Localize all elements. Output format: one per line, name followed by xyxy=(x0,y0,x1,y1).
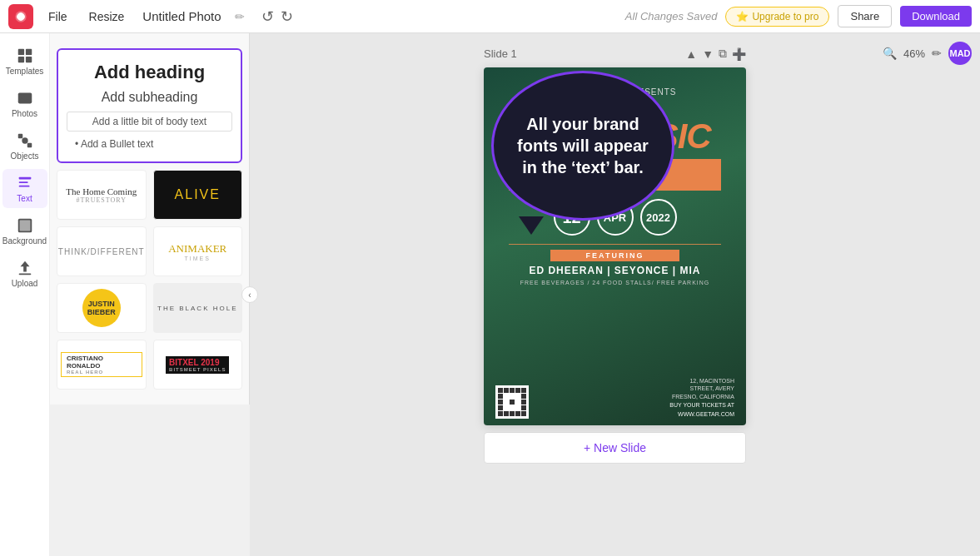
text-panel: Add heading Add subheading Add a little … xyxy=(50,33,250,405)
slide-down-button[interactable]: ▼ xyxy=(702,47,714,61)
event-year: 2022 xyxy=(640,199,677,236)
sidebar-upload-label: Upload xyxy=(12,279,38,288)
zoom-level: 46% xyxy=(903,47,925,60)
svg-rect-11 xyxy=(18,181,27,183)
slide-header: Slide 1 ▲ ▼ ⧉ ➕ xyxy=(484,47,746,61)
sidebar-background-label: Background xyxy=(2,236,47,246)
svg-rect-1 xyxy=(17,49,23,55)
qr-code xyxy=(495,385,529,419)
sidebar-item-text[interactable]: Text xyxy=(2,169,47,208)
svg-rect-3 xyxy=(17,57,23,62)
bottom-row: 12, MACINTOSHSTREET, AVERYFRESNO, CALIFO… xyxy=(484,370,746,425)
font-sample-bitxel[interactable]: BITXEL 2019 BITSMEET PIXELS xyxy=(153,340,243,390)
add-body-text[interactable]: Add a little bit of body text xyxy=(67,112,232,132)
font-sample-justin[interactable]: JUSTIN BIEBER xyxy=(57,283,147,333)
slide-add-button[interactable]: ➕ xyxy=(732,47,746,61)
svg-rect-2 xyxy=(25,49,31,55)
artists-text: ED DHEERAN | SEYONCE | MIA xyxy=(484,265,746,276)
svg-point-6 xyxy=(21,95,24,98)
slide-controls: ▲ ▼ ⧉ ➕ xyxy=(685,47,746,61)
font-sample-blackhole[interactable]: THE BLACK HOLE xyxy=(153,283,243,333)
svg-rect-10 xyxy=(18,177,31,180)
undo-redo-group: ↺ ↻ xyxy=(261,7,293,26)
sidebar-item-templates[interactable]: Templates xyxy=(2,42,47,81)
slide-label: Slide 1 xyxy=(484,47,517,60)
font-samples: The Home Coming #TRUESTORY ALIVE THINK/D… xyxy=(50,170,249,390)
sidebar-item-background[interactable]: Background xyxy=(2,211,47,251)
buy-tickets-text: BUY YOUR TICKETS AT WWW.GEETAR.COM xyxy=(669,401,734,419)
topbar: File Resize Untitled Photo ✏ ↺ ↻ All Cha… xyxy=(0,0,980,33)
svg-rect-9 xyxy=(27,143,32,148)
undo-button[interactable]: ↺ xyxy=(261,7,274,26)
sidebar-item-upload[interactable]: Upload xyxy=(2,254,47,293)
main-layout: Templates Photos Objects Text Background… xyxy=(0,33,980,556)
font-sample-cristiano[interactable]: CRISTIANO RONALDO REAL HERO xyxy=(57,340,147,390)
svg-rect-8 xyxy=(17,134,22,139)
edit-title-icon[interactable]: ✏ xyxy=(235,10,245,23)
svg-rect-14 xyxy=(19,221,30,231)
featuring-badge: FEATURING xyxy=(550,250,679,261)
save-status: All Changes Saved xyxy=(625,10,718,22)
divider-line xyxy=(509,244,721,245)
svg-rect-12 xyxy=(18,186,29,187)
zoom-icon: 🔍 xyxy=(883,47,897,60)
callout-bubble: All your brand fonts will appear in the … xyxy=(491,71,674,221)
upgrade-button[interactable]: ⭐ Upgrade to pro xyxy=(725,7,829,27)
sidebar-item-photos[interactable]: Photos xyxy=(2,84,47,123)
add-heading[interactable]: Add heading xyxy=(67,62,232,83)
svg-rect-4 xyxy=(25,57,31,62)
add-subheading[interactable]: Add subheading xyxy=(67,90,232,105)
add-bullet-text[interactable]: • Add a Bullet text xyxy=(67,138,232,150)
panel-collapse-button[interactable]: ‹ xyxy=(241,286,258,303)
sidebar-templates-label: Templates xyxy=(6,67,44,76)
redo-button[interactable]: ↻ xyxy=(281,7,293,26)
star-icon: ⭐ xyxy=(736,11,749,22)
svg-rect-15 xyxy=(18,273,31,275)
font-row-2: THINK/DIFFERENT ANIMAKER TIMES xyxy=(57,226,242,276)
sidebar-text-label: Text xyxy=(17,194,32,203)
text-style-box: Add heading Add subheading Add a little … xyxy=(57,48,242,163)
file-menu[interactable]: File xyxy=(42,7,74,27)
user-avatar: MAD xyxy=(948,42,972,65)
slide-up-button[interactable]: ▲ xyxy=(685,47,697,61)
new-slide-button[interactable]: + New Slide xyxy=(484,432,746,464)
edit-icon: ✏ xyxy=(932,47,942,60)
download-button[interactable]: Download xyxy=(900,6,972,27)
svg-point-7 xyxy=(22,137,27,143)
font-row-3: JUSTIN BIEBER THE BLACK HOLE xyxy=(57,283,242,333)
font-sample-homecoming[interactable]: The Home Coming #TRUESTORY xyxy=(57,170,147,220)
font-sample-think[interactable]: THINK/DIFFERENT xyxy=(57,226,147,276)
sidebar-icons: Templates Photos Objects Text Background… xyxy=(0,33,50,556)
font-sample-alive[interactable]: ALIVE xyxy=(153,170,243,220)
font-sample-animaker[interactable]: ANIMAKER TIMES xyxy=(153,226,243,276)
free-stuff-text: FREE BEVERAGES / 24 FOOD STALLS/ FREE PA… xyxy=(484,280,746,285)
sidebar-item-objects[interactable]: Objects xyxy=(2,127,47,166)
share-button[interactable]: Share xyxy=(838,5,892,27)
address-text: 12, MACINTOSHSTREET, AVERYFRESNO, CALIFO… xyxy=(669,377,734,401)
app-logo[interactable] xyxy=(8,4,33,29)
text-panel-wrapper: Add heading Add subheading Add a little … xyxy=(50,33,250,556)
sidebar-objects-label: Objects xyxy=(11,151,39,161)
font-row-4: CRISTIANO RONALDO REAL HERO BITXEL 2019 … xyxy=(57,340,242,390)
resize-menu[interactable]: Resize xyxy=(82,7,132,27)
slide-copy-button[interactable]: ⧉ xyxy=(719,47,727,61)
sidebar-photos-label: Photos xyxy=(12,109,37,118)
doc-title[interactable]: Untitled Photo xyxy=(142,9,221,23)
font-row-1: The Home Coming #TRUESTORY ALIVE xyxy=(57,170,242,220)
